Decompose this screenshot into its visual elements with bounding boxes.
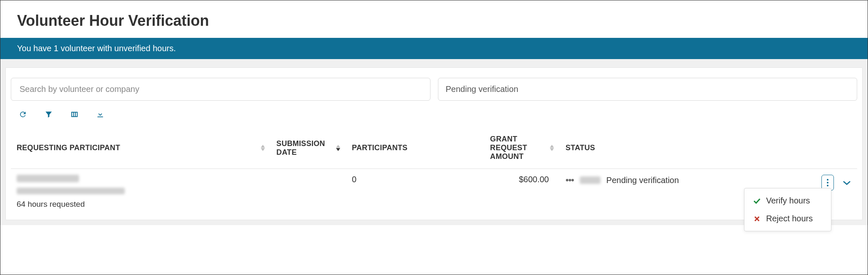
page-title: Volunteer Hour Verification (0, 0, 868, 38)
status-text: Pending verification (606, 176, 679, 185)
cell-participant: 64 hours requested (11, 169, 271, 215)
cell-amount: $600.00 (484, 169, 559, 215)
check-icon (753, 198, 761, 204)
verification-table: REQUESTING PARTICIPANT SUBMISSION DATE (11, 127, 857, 215)
sort-icon (550, 145, 554, 151)
ellipsis-icon: ••• (566, 175, 574, 186)
menu-verify-hours[interactable]: Verify hours (744, 192, 831, 210)
row-actions-menu: Verify hours Reject hours (744, 188, 831, 231)
cell-actions: Verify hours Reject hours (815, 169, 857, 215)
columns-icon[interactable] (69, 110, 80, 119)
svg-point-1 (827, 182, 828, 183)
menu-reject-hours[interactable]: Reject hours (744, 210, 831, 228)
refresh-icon[interactable] (17, 110, 28, 119)
col-header-status[interactable]: STATUS (560, 127, 816, 169)
col-header-participants[interactable]: PARTICIPANTS (346, 127, 484, 169)
redacted-email (17, 188, 125, 194)
redacted-name (17, 175, 79, 182)
filters-row: Pending verification (11, 78, 857, 101)
search-input-wrap[interactable] (11, 78, 430, 101)
sort-icon (336, 145, 340, 151)
table-row: 64 hours requested 0 $600.00 ••• Pending… (11, 169, 857, 215)
close-icon (753, 216, 761, 222)
col-header-actions (815, 127, 857, 169)
table-header-row: REQUESTING PARTICIPANT SUBMISSION DATE (11, 127, 857, 169)
expand-row-chevron-icon[interactable] (842, 180, 851, 186)
redacted-company (580, 176, 601, 184)
col-header-grant-amount[interactable]: GRANT REQUEST AMOUNT (484, 127, 559, 169)
app-window: Volunteer Hour Verification You have 1 v… (0, 0, 868, 275)
cell-submission-date (271, 169, 346, 215)
col-header-participant[interactable]: REQUESTING PARTICIPANT (11, 127, 271, 169)
table-toolbar (11, 107, 857, 127)
notice-banner: You have 1 volunteer with unverified hou… (0, 38, 868, 59)
filter-icon[interactable] (43, 110, 54, 119)
hours-requested: 64 hours requested (17, 200, 265, 209)
cell-participants: 0 (346, 169, 484, 215)
download-icon[interactable] (95, 110, 106, 119)
content-area: Pending verification (0, 59, 868, 225)
status-filter-select[interactable]: Pending verification (438, 78, 858, 101)
svg-point-0 (827, 179, 828, 181)
svg-point-2 (827, 185, 828, 186)
col-header-submission-date[interactable]: SUBMISSION DATE (271, 127, 346, 169)
status-filter-value: Pending verification (446, 84, 519, 94)
main-panel: Pending verification (5, 67, 863, 220)
sort-icon (261, 145, 265, 151)
search-input[interactable] (19, 84, 423, 94)
